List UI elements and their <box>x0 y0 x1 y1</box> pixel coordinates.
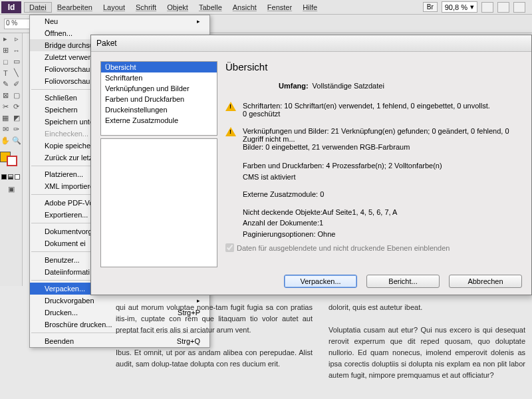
menu-schrift[interactable]: Schrift <box>130 2 162 13</box>
detail-listbox <box>100 138 217 267</box>
info-cms: CMS ist aktiviert <box>243 172 522 183</box>
package-button[interactable]: Verpacken... <box>284 275 357 288</box>
section-heading: Übersicht <box>225 61 522 72</box>
type-tool[interactable]: T <box>0 67 11 78</box>
menu-fenster[interactable]: Fenster <box>262 2 297 13</box>
zoom-field[interactable]: 90,8 %▾ <box>442 1 477 13</box>
menu-neu[interactable]: Neu <box>30 15 209 27</box>
menu-ansicht[interactable]: Ansicht <box>227 2 262 13</box>
menu-bearbeiten[interactable]: Bearbeiten <box>52 2 98 13</box>
hidden-layers-checkbox <box>225 243 234 252</box>
warning-fonts: Schriftarten: 10 Schriftart(en) verwende… <box>243 102 490 110</box>
fill-stroke-swatch[interactable] <box>0 152 22 166</box>
gradient-swatch-tool[interactable]: ◩ <box>11 112 23 124</box>
pen-tool[interactable]: ✎ <box>0 78 11 90</box>
dialog-title: Paket <box>91 35 531 52</box>
category-listbox[interactable]: Übersicht Schriftarten Verknüpfungen und… <box>100 61 217 136</box>
workspace-icon[interactable] <box>513 2 525 13</box>
rect-tool[interactable]: ▢ <box>11 90 23 101</box>
menu-hilfe[interactable]: Hilfe <box>297 2 323 13</box>
line-tool[interactable]: ╲ <box>11 67 23 78</box>
zoom-value: 90,8 % <box>445 3 467 11</box>
apply-none-icon[interactable] <box>15 174 20 180</box>
list-item[interactable]: Farben und Druckfarben <box>101 94 217 104</box>
bridge-shortcut[interactable]: Br <box>423 2 438 12</box>
content-tool[interactable]: □ <box>0 56 11 67</box>
gradient-tool[interactable]: ▦ <box>0 112 11 124</box>
apply-color-icon[interactable] <box>1 174 7 180</box>
screen-mode-icon[interactable] <box>481 2 493 13</box>
dropdown-arrow-icon: ▾ <box>470 3 474 11</box>
warning-links-2: Bilder: 0 eingebettet, 21 verwenden RGB-… <box>243 143 522 151</box>
arrange-icon[interactable] <box>497 2 509 13</box>
info-ext: Externe Zusatzmodule: 0 <box>243 189 522 200</box>
zoom-tool[interactable]: 🔍 <box>11 135 23 146</box>
umfang-value: Vollständige Satzdatei <box>313 82 384 90</box>
body-text: qui aut morum voluptae none-tam fugit fu… <box>116 303 313 334</box>
frame-tool[interactable]: ⊠ <box>0 90 11 101</box>
menu-layout[interactable]: Layout <box>98 2 130 13</box>
warning-links: Verknüpfungen und Bilder: 21 Verknüpfung… <box>243 127 522 143</box>
body-text: Ibus. Et omnit, ut por as andam alibea c… <box>116 348 313 368</box>
list-item[interactable]: Externe Zusatzmodule <box>101 115 217 126</box>
cancel-button[interactable]: Abbrechen <box>449 275 522 288</box>
menu-datei[interactable]: Datei <box>24 2 52 13</box>
body-text: dolorit, quis est autetur ibeat. <box>329 303 422 311</box>
app-icon: Id <box>1 1 21 13</box>
document-text: qui aut morum voluptae none-tam fugit fu… <box>113 299 528 384</box>
pencil-tool[interactable]: ✐ <box>11 78 23 90</box>
info-pag: Paginierungsoptionen: Ohne <box>243 229 522 240</box>
menubar: Id Datei Bearbeiten Layout Schrift Objek… <box>0 0 532 15</box>
info-nd: Nicht deckende Objekte:Auf Seite1, 4, 5,… <box>243 207 522 218</box>
report-button[interactable]: Bericht... <box>366 275 440 288</box>
stroke-swatch[interactable] <box>7 156 17 166</box>
hidden-layers-label: Daten für ausgeblendete und nicht drucke… <box>237 244 450 252</box>
body-text: Voluptatia cusam aut etur? Qui nus excer… <box>329 326 525 379</box>
tool-panel: ▸▹ ⊞↔ □▭ T╲ ✎✐ ⊠▢ ✂⟳ ▦◩ ✉✑ ✋🔍 ▣ <box>0 33 23 286</box>
umfang-label: Umfang: <box>279 82 309 90</box>
page-tool[interactable]: ⊞ <box>0 45 11 56</box>
selection-tool[interactable]: ▸ <box>0 33 11 45</box>
menu-tabelle[interactable]: Tabelle <box>194 2 227 13</box>
direct-selection-tool[interactable]: ▹ <box>11 33 23 45</box>
view-mode-tool[interactable]: ▣ <box>0 184 22 195</box>
warning-icon <box>225 127 236 138</box>
hand-tool[interactable]: ✋ <box>0 135 11 146</box>
content-tool-2[interactable]: ▭ <box>11 56 23 67</box>
gap-tool[interactable]: ↔ <box>11 45 23 56</box>
apply-gradient-icon[interactable] <box>8 174 13 180</box>
list-item[interactable]: Druckeinstellungen <box>101 104 217 115</box>
scissors-tool[interactable]: ✂ <box>0 101 11 112</box>
warning-icon <box>225 102 236 112</box>
list-item[interactable]: Schriftarten <box>101 72 217 83</box>
info-anz: Anzahl der Dokumente:1 <box>243 217 522 229</box>
note-tool[interactable]: ✉ <box>0 124 11 135</box>
list-item[interactable]: Verknüpfungen und Bilder <box>101 83 217 94</box>
eyedropper-tool[interactable]: ✑ <box>11 124 23 135</box>
list-item[interactable]: Übersicht <box>101 62 217 72</box>
package-dialog: Paket Übersicht Schriftarten Verknüpfung… <box>90 35 532 295</box>
transform-tool[interactable]: ⟳ <box>11 101 23 112</box>
warning-fonts-2: 0 geschützt <box>243 110 490 118</box>
menu-objekt[interactable]: Objekt <box>162 2 194 13</box>
info-farben: Farben und Druckfarben: 4 Prozessfarbe(n… <box>243 160 522 172</box>
